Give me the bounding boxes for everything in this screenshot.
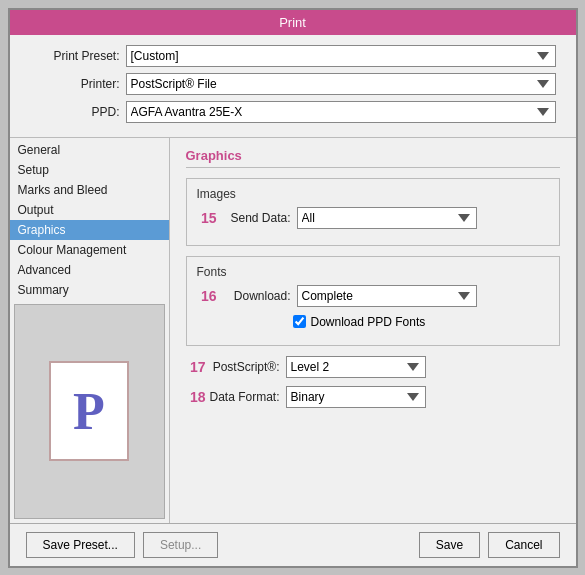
printer-row: Printer: PostScript® File (30, 73, 556, 95)
postscript-select[interactable]: Level 2 Level 3 (286, 356, 426, 378)
bottom-bar: Save Preset... Setup... Save Cancel (10, 523, 576, 566)
bottom-left: Save Preset... Setup... (26, 532, 219, 558)
download-label: Download: (221, 289, 291, 303)
sidebar-item-general[interactable]: General (10, 140, 169, 160)
send-data-select[interactable]: All Optimized Subsampling Proxy None (297, 207, 477, 229)
print-preset-select[interactable]: [Custom] (126, 45, 556, 67)
download-ppd-checkbox[interactable] (293, 315, 306, 328)
save-preset-button[interactable]: Save Preset... (26, 532, 135, 558)
send-data-number: 15 (197, 210, 217, 226)
main-content: General Setup Marks and Bleed Output Gra… (10, 138, 576, 523)
sidebar-item-output[interactable]: Output (10, 200, 169, 220)
download-row: 16 Download: Complete Subset None (197, 285, 549, 307)
images-section: Images 15 Send Data: All Optimized Subsa… (186, 178, 560, 246)
content-area: Graphics Images 15 Send Data: All Optimi… (170, 138, 576, 523)
dialog-title: Print (10, 10, 576, 35)
ppd-row: PPD: AGFA Avantra 25E-X (30, 101, 556, 123)
print-preset-row: Print Preset: [Custom] (30, 45, 556, 67)
images-label: Images (197, 187, 549, 201)
sidebar-item-colour-management[interactable]: Colour Management (10, 240, 169, 260)
postscript-section: 17 PostScript®: Level 2 Level 3 18 Data … (186, 356, 560, 408)
section-title: Graphics (186, 148, 560, 168)
top-section: Print Preset: [Custom] Printer: PostScri… (10, 35, 576, 138)
sidebar-item-marks-bleed[interactable]: Marks and Bleed (10, 180, 169, 200)
setup-button[interactable]: Setup... (143, 532, 218, 558)
fonts-section: Fonts 16 Download: Complete Subset None … (186, 256, 560, 346)
sidebar-item-graphics[interactable]: Graphics (10, 220, 169, 240)
data-format-label: Data Format: (210, 390, 280, 404)
sidebar-item-advanced[interactable]: Advanced (10, 260, 169, 280)
download-ppd-label: Download PPD Fonts (311, 315, 426, 329)
send-data-row: 15 Send Data: All Optimized Subsampling … (197, 207, 549, 229)
preview-inner: P (49, 361, 129, 461)
sidebar-item-setup[interactable]: Setup (10, 160, 169, 180)
download-select[interactable]: Complete Subset None (297, 285, 477, 307)
send-data-label: Send Data: (221, 211, 291, 225)
sidebar-item-summary[interactable]: Summary (10, 280, 169, 300)
fonts-label: Fonts (197, 265, 549, 279)
postscript-number: 17 (186, 359, 206, 375)
data-format-number: 18 (186, 389, 206, 405)
print-preset-label: Print Preset: (30, 49, 120, 63)
data-format-row: 18 Data Format: Binary ASCII (186, 386, 560, 408)
preview-area: P (14, 304, 165, 519)
ppd-select[interactable]: AGFA Avantra 25E-X (126, 101, 556, 123)
bottom-right: Save Cancel (419, 532, 560, 558)
download-number: 16 (197, 288, 217, 304)
ppd-label: PPD: (30, 105, 120, 119)
printer-label: Printer: (30, 77, 120, 91)
print-dialog: Print Print Preset: [Custom] Printer: Po… (8, 8, 578, 568)
preview-letter: P (73, 382, 105, 441)
data-format-select[interactable]: Binary ASCII (286, 386, 426, 408)
cancel-button[interactable]: Cancel (488, 532, 559, 558)
postscript-label: PostScript®: (210, 360, 280, 374)
postscript-row: 17 PostScript®: Level 2 Level 3 (186, 356, 560, 378)
save-button[interactable]: Save (419, 532, 480, 558)
sidebar: General Setup Marks and Bleed Output Gra… (10, 138, 170, 523)
printer-select[interactable]: PostScript® File (126, 73, 556, 95)
download-ppd-row: Download PPD Fonts (293, 315, 549, 329)
